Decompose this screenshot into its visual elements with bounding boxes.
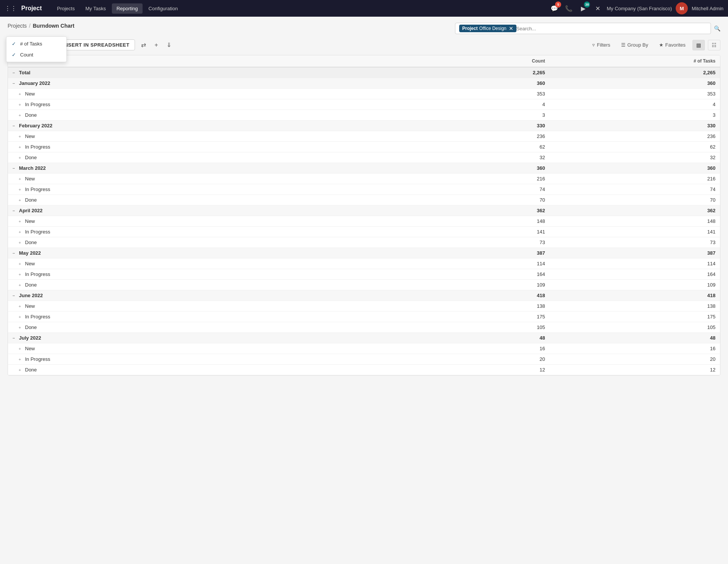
plus-icon[interactable]: + — [19, 262, 23, 266]
row-label: March 2022 — [19, 165, 46, 171]
main-content: Projects / Burndown Chart Project Office… — [0, 17, 728, 382]
plus-icon[interactable]: + — [19, 315, 23, 319]
cell-count: 20 — [383, 354, 550, 365]
plus-icon[interactable]: + — [19, 134, 23, 139]
menu-item-configuration[interactable]: Configuration — [144, 3, 182, 14]
data-table: Count # of Tasks −Total2,2652,265−Januar… — [8, 55, 720, 375]
adjust-columns-icon[interactable]: ⇄ — [139, 40, 148, 50]
cell-count: 48 — [383, 333, 550, 343]
filter-tag-remove-icon[interactable]: ✕ — [509, 25, 513, 31]
menu-item-reporting[interactable]: Reporting — [112, 3, 142, 14]
close-icon-btn[interactable]: ✕ — [592, 3, 603, 14]
breadcrumb-parent[interactable]: Projects — [8, 23, 27, 29]
search-filter-tag[interactable]: Project Office Design ✕ — [459, 25, 516, 32]
table-row: +New1616 — [8, 343, 720, 354]
cell-count: 70 — [383, 195, 550, 205]
topnav-right: 💬 5 📞 ▶ 38 ✕ My Company (San Francisco) … — [549, 2, 723, 14]
cell-tasks: 73 — [549, 237, 720, 248]
measures-item-tasks[interactable]: ✓ # of Tasks — [6, 38, 66, 49]
favorites-button[interactable]: ★ Favorites — [655, 40, 689, 50]
apps-icon[interactable]: ⋮⋮ — [5, 5, 17, 12]
minus-icon[interactable]: − — [13, 336, 17, 340]
plus-icon[interactable]: + — [19, 113, 23, 118]
cell-count: 164 — [383, 269, 550, 280]
filters-button[interactable]: ▿ Filters — [588, 40, 614, 50]
table-row: +In Progress164164 — [8, 269, 720, 280]
table-row: +Done109109 — [8, 280, 720, 290]
search-input[interactable] — [516, 26, 707, 31]
plus-icon[interactable]: + — [19, 102, 23, 107]
chat-icon-btn[interactable]: 💬 5 — [549, 3, 560, 14]
measures-item-count[interactable]: ✓ Count — [6, 49, 66, 60]
minus-icon[interactable]: − — [13, 70, 17, 75]
insert-spreadsheet-button[interactable]: INSERT IN SPREADSHEET — [57, 39, 135, 50]
grid-view-button[interactable]: ☷ — [708, 40, 720, 50]
cell-count: 74 — [383, 184, 550, 195]
row-label: New — [25, 261, 35, 266]
search-icon[interactable]: 🔍 — [714, 25, 720, 31]
plus-icon[interactable]: + — [19, 272, 23, 277]
cell-count: 114 — [383, 258, 550, 269]
plus-icon[interactable]: + — [19, 325, 23, 330]
activity-icon-btn[interactable]: ▶ 38 — [578, 3, 588, 14]
plus-icon[interactable]: + — [19, 92, 23, 96]
cell-count: 3 — [383, 110, 550, 121]
cell-count: 387 — [383, 248, 550, 258]
cell-tasks: 20 — [549, 354, 720, 365]
plus-icon[interactable]: + — [19, 240, 23, 245]
row-label: Done — [25, 367, 37, 373]
search-box[interactable]: Project Office Design ✕ — [455, 23, 711, 34]
cell-tasks: 105 — [549, 322, 720, 333]
plus-icon[interactable]: + — [19, 346, 23, 351]
cell-count: 330 — [383, 121, 550, 131]
menu-item-my-tasks[interactable]: My Tasks — [81, 3, 110, 14]
row-label: April 2022 — [19, 208, 42, 213]
plus-icon[interactable]: + — [19, 177, 23, 181]
row-label: In Progress — [25, 356, 50, 362]
plus-icon[interactable]: + — [19, 357, 23, 362]
chart-view-button[interactable]: ▩ — [692, 40, 705, 50]
measures-dropdown: ✓ # of Tasks ✓ Count — [6, 36, 67, 62]
plus-icon[interactable]: + — [19, 198, 23, 202]
minus-icon[interactable]: − — [13, 293, 17, 298]
table-row: +Done3232 — [8, 152, 720, 163]
cell-tasks: 360 — [549, 163, 720, 174]
row-label: In Progress — [25, 186, 50, 192]
plus-icon[interactable]: + — [19, 230, 23, 234]
plus-icon[interactable]: + — [19, 145, 23, 149]
group-by-button[interactable]: ☰ Group By — [617, 40, 652, 50]
cell-count: 360 — [383, 78, 550, 89]
plus-icon[interactable]: + — [19, 187, 23, 192]
plus-icon[interactable]: + — [19, 283, 23, 287]
phone-icon-btn[interactable]: 📞 — [563, 3, 574, 14]
table-row: +New138138 — [8, 301, 720, 312]
download-icon[interactable]: ⇓ — [164, 40, 174, 50]
plus-icon[interactable]: + — [19, 219, 23, 224]
row-label: January 2022 — [19, 80, 50, 86]
table-row: −April 2022362362 — [8, 205, 720, 216]
cell-tasks: 62 — [549, 142, 720, 152]
minus-icon[interactable]: − — [13, 251, 17, 255]
add-row-icon[interactable]: + — [152, 40, 160, 50]
cell-tasks: 216 — [549, 174, 720, 184]
plus-icon[interactable]: + — [19, 155, 23, 160]
minus-icon[interactable]: − — [13, 81, 17, 86]
minus-icon[interactable]: − — [13, 208, 17, 213]
cell-tasks: 4 — [549, 99, 720, 110]
minus-icon[interactable]: − — [13, 166, 17, 171]
table-row: +Done33 — [8, 110, 720, 121]
table-row: +New216216 — [8, 174, 720, 184]
minus-icon[interactable]: − — [13, 124, 17, 128]
row-label: In Progress — [25, 314, 50, 320]
phone-icon: 📞 — [565, 5, 573, 12]
plus-icon[interactable]: + — [19, 304, 23, 309]
table-row: +New148148 — [8, 216, 720, 227]
toolbar-right: ▿ Filters ☰ Group By ★ Favorites ▩ ☷ — [588, 40, 720, 50]
avatar[interactable]: M — [676, 2, 688, 14]
row-label: In Progress — [25, 144, 50, 150]
row-label: New — [25, 133, 35, 139]
table-row: −June 2022418418 — [8, 290, 720, 301]
cell-tasks: 74 — [549, 184, 720, 195]
menu-item-projects[interactable]: Projects — [52, 3, 79, 14]
plus-icon[interactable]: + — [19, 368, 23, 372]
